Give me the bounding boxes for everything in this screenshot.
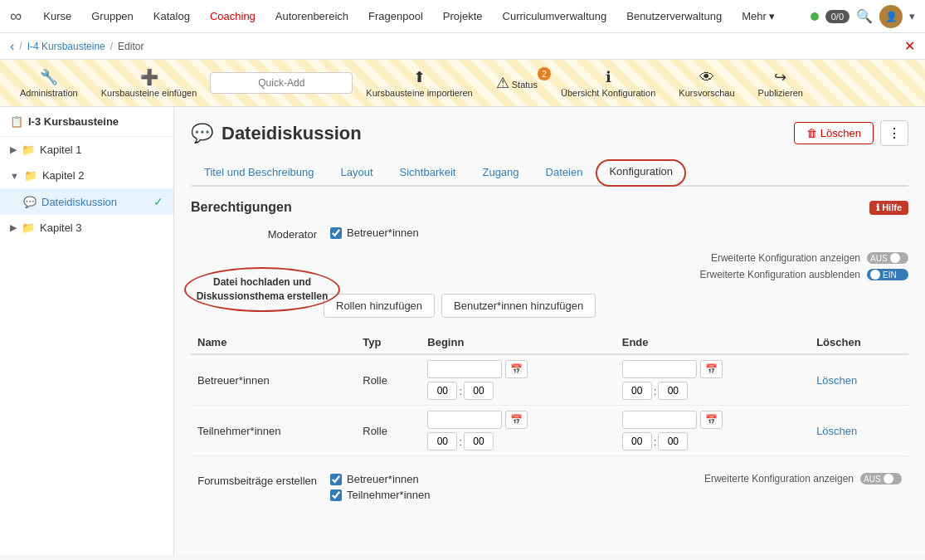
- row2-beginn: 📅 :: [421, 406, 615, 456]
- nav-katalog[interactable]: Katalog: [145, 7, 198, 26]
- row2-loeschen-link[interactable]: Löschen: [816, 425, 857, 437]
- toolbar-publizieren[interactable]: ↪ Publizieren: [748, 65, 813, 101]
- delete-button[interactable]: 🗑 Löschen: [794, 122, 874, 144]
- nav-curriculumverwaltung[interactable]: Curriculumverwaltung: [494, 7, 616, 26]
- status-icon: ⚠: [496, 75, 509, 91]
- dateidiskussion-label: Dateidiskussion: [41, 196, 117, 208]
- tab-layout[interactable]: Layout: [328, 159, 387, 187]
- row1-ende-cal-button[interactable]: 📅: [700, 360, 723, 378]
- nav-autorenbereich[interactable]: Autorenbereich: [267, 7, 357, 26]
- breadcrumb-close-button[interactable]: ✕: [904, 38, 915, 54]
- status-count: 2: [538, 67, 551, 80]
- nav-mehr[interactable]: Mehr ▾: [733, 7, 783, 26]
- row1-loeschen-cell: Löschen: [810, 354, 908, 406]
- forumsbeitraege-label: Forumsbeiträge erstellen: [197, 473, 330, 487]
- row1-beginn: 📅 :: [421, 354, 615, 406]
- row2-ende-cal-button[interactable]: 📅: [700, 411, 723, 429]
- forumsbeitraege-content: Betreuer*innen Teilnehmer*innen: [330, 473, 704, 504]
- config-hide-label: Erweiterte Konfiguration ausblenden: [700, 269, 860, 280]
- row2-ende-time-sep: :: [654, 436, 657, 448]
- sidebar-item-kapitel1[interactable]: ▶ 📁 Kapitel 1: [0, 137, 173, 163]
- config-show-toggle[interactable]: AUS: [867, 252, 908, 264]
- row2-beginn-time-sep: :: [459, 436, 462, 448]
- expand-icon-kapitel2: ▼: [10, 171, 19, 181]
- forum-betreuer-label: Betreuer*innen: [347, 473, 419, 485]
- nav-fragenpool[interactable]: Fragenpool: [360, 7, 431, 26]
- row1-ende-time-sep: :: [654, 385, 657, 397]
- main-layout: 📋 I-3 Kursbausteine ▶ 📁 Kapitel 1 ▼ 📁 Ka…: [0, 107, 925, 555]
- row2-ende-date-input[interactable]: [622, 411, 697, 429]
- forum-teilnehmer-row: Teilnehmer*innen: [330, 489, 704, 501]
- row2-beginn-cal-button[interactable]: 📅: [505, 411, 528, 429]
- sidebar-header: 📋 I-3 Kursbausteine: [0, 107, 173, 137]
- row2-beginn-min-input[interactable]: [464, 432, 494, 450]
- row1-beginn-min-input[interactable]: [464, 382, 494, 400]
- nav-gruppen[interactable]: Gruppen: [83, 7, 142, 26]
- forum-config-label: Erweiterte Konfiguration anzeigen: [704, 473, 854, 485]
- config-hide-toggle[interactable]: EIN: [867, 269, 908, 280]
- tab-titel-beschreibung[interactable]: Titel und Beschreibung: [191, 159, 328, 187]
- toolbar-administration[interactable]: 🔧 Administration: [10, 65, 88, 101]
- benutzer-hinzufuegen-button[interactable]: Benutzer*innen hinzufügen: [441, 294, 596, 318]
- toolbar-konfiguration-overview[interactable]: ℹ Übersicht Konfiguration: [551, 65, 665, 101]
- col-typ: Typ: [356, 331, 421, 354]
- kapitel2-icon: 📁: [24, 169, 37, 182]
- row1-loeschen-link[interactable]: Löschen: [816, 374, 857, 387]
- search-button[interactable]: 🔍: [856, 8, 873, 24]
- score-badge: 0/0: [825, 10, 850, 23]
- permissions-table: Name Typ Beginn Ende Löschen Betreuer*in…: [191, 331, 908, 456]
- row1-beginn-cal-button[interactable]: 📅: [505, 360, 528, 378]
- plus-icon: ➕: [140, 68, 158, 86]
- toolbar-importieren[interactable]: ⬆ Kursbausteine importieren: [356, 65, 482, 101]
- breadcrumb-bar: ‹ / I-4 Kursbausteine / Editor ✕: [0, 33, 925, 60]
- page-title-actions: 🗑 Löschen ⋮: [794, 120, 908, 146]
- toolbar-status[interactable]: ⚠ 2 Status: [486, 71, 548, 95]
- rollen-hinzufuegen-button[interactable]: Rollen hinzufügen: [324, 294, 435, 318]
- forum-config-toggle[interactable]: AUS: [860, 473, 902, 485]
- tab-sichtbarkeit[interactable]: Sichtbarkeit: [387, 159, 470, 187]
- row1-ende-min-input[interactable]: [658, 382, 688, 400]
- sidebar-item-kapitel2[interactable]: ▼ 📁 Kapitel 2: [0, 163, 173, 188]
- nav-projekte[interactable]: Projekte: [435, 7, 491, 26]
- breadcrumb-kursbausteine[interactable]: I-4 Kursbausteine: [27, 41, 105, 52]
- sidebar-header-icon: 📋: [10, 115, 23, 128]
- dateidiskussion-icon: 💬: [23, 196, 37, 208]
- row2-beginn-hour-input[interactable]: [427, 432, 457, 450]
- avatar[interactable]: 👤: [879, 5, 903, 28]
- toggle-dot-on: [870, 270, 880, 280]
- row2-ende-min-input[interactable]: [658, 432, 688, 450]
- import-icon: ⬆: [413, 68, 426, 86]
- moderator-content: Betreuer*innen: [330, 226, 902, 242]
- nav-benutzerverwaltung[interactable]: Benutzerverwaltung: [618, 7, 730, 26]
- row2-ende-hour-input[interactable]: [622, 432, 652, 450]
- hilfe-badge[interactable]: ℹ Hilfe: [869, 201, 908, 215]
- moderator-betreuer-checkbox[interactable]: [330, 227, 342, 239]
- forum-betreuer-checkbox[interactable]: [330, 474, 342, 485]
- quick-add-input[interactable]: [210, 72, 353, 94]
- page-title-icon: 💬: [191, 123, 213, 144]
- nav-coaching[interactable]: Coaching: [202, 7, 264, 26]
- sidebar-item-dateidiskussion[interactable]: 💬 Dateidiskussion ✓: [0, 188, 173, 215]
- kapitel1-icon: 📁: [22, 144, 35, 156]
- row1-beginn-hour-input[interactable]: [427, 382, 457, 400]
- sidebar-item-kapitel3[interactable]: ▶ 📁 Kapitel 3: [0, 215, 173, 241]
- nav-kurse[interactable]: Kurse: [35, 7, 80, 26]
- forumsbeitraege-section: Forumsbeiträge erstellen Betreuer*innen …: [191, 473, 908, 504]
- tab-konfiguration[interactable]: Konfiguration: [596, 159, 686, 187]
- breadcrumb-back[interactable]: ‹: [10, 39, 14, 54]
- toolbar-einfuegen[interactable]: ➕ Kursbausteine einfügen: [91, 65, 207, 101]
- avatar-chevron[interactable]: ▾: [909, 10, 915, 22]
- moderator-row: Moderator Betreuer*innen: [191, 226, 908, 242]
- breadcrumb-sep1: /: [19, 41, 22, 52]
- row1-beginn-date-input[interactable]: [427, 360, 502, 378]
- tab-zugang[interactable]: Zugang: [469, 159, 532, 187]
- tab-dateien[interactable]: Dateien: [533, 159, 596, 187]
- toggle-dot: [890, 253, 900, 263]
- forum-teilnehmer-checkbox[interactable]: [330, 489, 342, 501]
- moderator-label: Moderator: [197, 226, 330, 241]
- toolbar-kursvorschau[interactable]: 👁 Kursvorschau: [669, 66, 744, 101]
- row1-ende-date-input[interactable]: [622, 360, 697, 378]
- row1-ende-hour-input[interactable]: [622, 382, 652, 400]
- row2-beginn-date-input[interactable]: [427, 411, 502, 429]
- more-options-button[interactable]: ⋮: [880, 120, 908, 146]
